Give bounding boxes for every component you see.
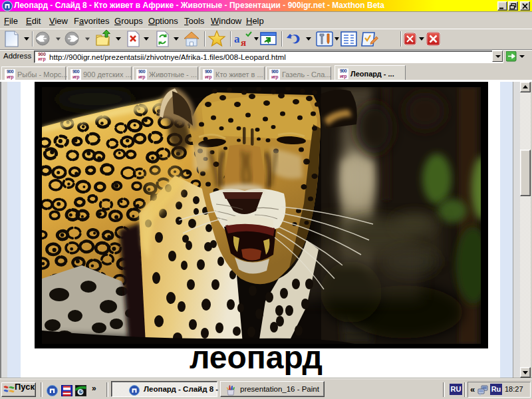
svg-text:я: я: [241, 37, 246, 48]
svg-text:a: a: [234, 33, 240, 45]
